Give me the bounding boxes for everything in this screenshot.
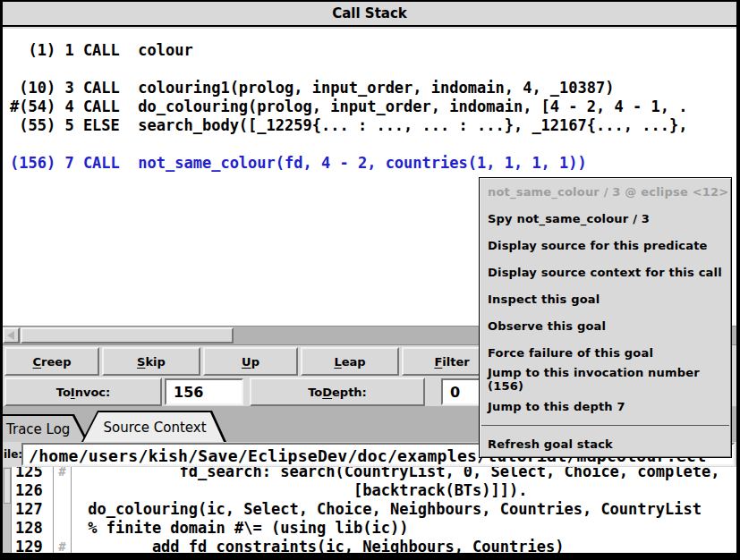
source-code-row: 129# add_fd_constraints(ic, Neighbours, … <box>12 538 736 553</box>
leap-button[interactable]: Leap <box>301 347 399 376</box>
source-code-row: 125# fd_search: search(CountryList, 0, S… <box>12 467 736 481</box>
menu-item-jump-to-this-invocation-number-156[interactable]: Jump to this invocation number (156) <box>480 366 731 393</box>
scroll-left-arrow[interactable] <box>3 327 20 344</box>
source-code-text: do_colouring(ic, Select, Choice, Neighbo… <box>72 500 702 519</box>
source-code-row: 126 [backtrack(BTs)]]). <box>12 481 736 500</box>
source-code-text: % finite domain #\= (using lib(ic)) <box>72 519 408 538</box>
to-depth-button[interactable]: To Depth: <box>250 378 425 406</box>
stack-line[interactable]: (55) 5 ELSE search_body([_12259{... : ..… <box>10 116 736 135</box>
source-code-text: [backtrack(BTs)]]). <box>72 481 528 500</box>
gutter[interactable] <box>54 500 72 519</box>
gutter[interactable] <box>54 481 72 500</box>
menu-item-observe-this-goal[interactable]: Observe this goal <box>480 312 731 339</box>
source-context-view: 125# fd_search: search(CountryList, 0, S… <box>3 467 736 553</box>
to-invoc-button[interactable]: To Invoc: <box>4 378 162 406</box>
gutter[interactable] <box>54 519 72 538</box>
window-title-bar: Call Stack <box>3 2 736 27</box>
file-label: ile: <box>4 448 22 461</box>
source-code-rows: 125# fd_search: search(CountryList, 0, S… <box>12 467 736 553</box>
breakpoint-gutter-mark[interactable]: # <box>54 467 72 481</box>
menu-item-display-source-for-this-predicate[interactable]: Display source for this predicate <box>480 232 731 259</box>
menu-item-inspect-this-goal[interactable]: Inspect this goal <box>480 285 731 312</box>
source-code-row: 128 % finite domain #\= (using lib(ic)) <box>12 519 736 538</box>
source-code-row: 127 do_colouring(ic, Select, Choice, Nei… <box>12 500 736 519</box>
stack-line-current-goal[interactable]: (156) 7 CALL not_same_colour(fd, 4 - 2, … <box>10 154 736 173</box>
tab-trace-log-label[interactable]: Trace Log <box>3 416 86 442</box>
up-button[interactable]: Up <box>203 347 298 376</box>
skip-button[interactable]: Skip <box>102 347 200 376</box>
menu-header-predicate-spec: not_same_colour / 3 @ eclipse <12> <box>480 178 731 205</box>
stack-line <box>10 60 736 79</box>
line-number: 128 <box>12 519 54 538</box>
source-code-text: add_fd_constraints(ic, Neighbours, Count… <box>72 538 564 553</box>
scrollbar-thumb[interactable] <box>21 327 234 344</box>
menu-item-jump-to-this-depth-7[interactable]: Jump to this depth 7 <box>480 393 731 420</box>
code-scrollbar-thumb[interactable] <box>4 468 11 504</box>
line-number: 126 <box>12 481 54 500</box>
menu-item-force-failure-of-this-goal[interactable]: Force failure of this goal <box>480 339 731 366</box>
line-number: 125 <box>12 467 54 481</box>
window-title: Call Stack <box>332 5 407 21</box>
source-code-text: fd_search: search(CountryList, 0, Select… <box>72 467 719 481</box>
creep-button[interactable]: Creep <box>4 347 99 376</box>
stack-line[interactable]: (10) 3 CALL colouring1(prolog, input_ord… <box>10 79 736 98</box>
stack-line[interactable]: #(54) 4 CALL do_colouring(prolog, input_… <box>10 98 736 116</box>
menu-item-refresh-goal-stack[interactable]: Refresh goal stack <box>480 430 731 457</box>
code-vertical-scrollbar[interactable] <box>3 467 12 553</box>
menu-item-spy-not-same-colour-3[interactable]: Spy not_same_colour / 3 <box>480 205 731 232</box>
goal-context-menu: not_same_colour / 3 @ eclipse <12>Spy no… <box>479 177 732 458</box>
line-number: 129 <box>12 538 54 553</box>
line-number: 127 <box>12 500 54 519</box>
stack-line <box>10 135 736 154</box>
stack-line[interactable]: (1) 1 CALL colour <box>10 41 736 60</box>
menu-item-display-source-context-for-this-call[interactable]: Display source context for this call <box>480 259 731 285</box>
scroll-left-arrow-icon <box>7 331 14 340</box>
to-invoc-input[interactable]: 156 <box>165 378 243 405</box>
breakpoint-gutter-mark[interactable]: # <box>54 538 72 553</box>
tab-source-context-label[interactable]: Source Context <box>83 412 225 442</box>
menu-separator <box>481 425 729 426</box>
